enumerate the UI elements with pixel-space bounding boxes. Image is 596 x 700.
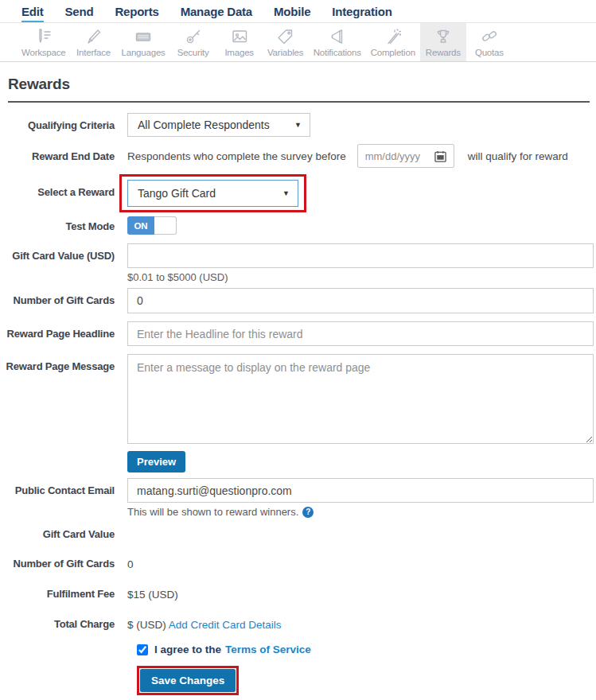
page-title: Rewards <box>8 76 590 93</box>
test-mode-toggle-track <box>154 216 177 235</box>
gift-card-value-label: Gift Card Value (USD) <box>0 243 127 262</box>
reward-page-headline-label: Reward Page Headline <box>0 321 127 340</box>
help-icon[interactable]: ? <box>302 507 314 518</box>
toolbar-item-completion[interactable]: Completion <box>366 23 420 61</box>
security-icon <box>184 26 203 47</box>
nav-item-mobile[interactable]: Mobile <box>274 5 310 21</box>
select-reward-label: Select a Reward <box>0 174 127 198</box>
toolbar-item-label: Rewards <box>426 48 461 57</box>
nav-item-manage-data[interactable]: Manage Data <box>181 5 252 21</box>
reward-page-headline-input[interactable] <box>127 321 594 346</box>
select-reward-select[interactable]: Tango Gift Card ▼ <box>127 180 298 207</box>
toolbar-item-quotas[interactable]: Quotas <box>466 23 512 61</box>
terms-of-service-link[interactable]: Terms of Service <box>225 644 311 655</box>
agree-text: I agree to the <box>154 644 221 655</box>
number-of-gift-cards-input[interactable] <box>127 288 594 313</box>
toolbar-item-rewards[interactable]: Rewards <box>420 23 466 61</box>
total-charge-label: Total Charge <box>0 618 127 630</box>
annotation-box-select-reward: Tango Gift Card ▼ <box>119 174 306 212</box>
top-nav: Edit Send Reports Manage Data Mobile Int… <box>0 0 596 23</box>
public-contact-email-label: Public Contact Email <box>0 478 127 496</box>
toolbar-item-languages[interactable]: Languages <box>117 23 170 61</box>
toolbar-item-interface[interactable]: Interface <box>71 23 117 61</box>
reward-end-date-label: Reward End Date <box>0 150 127 162</box>
rewards-settings-page: Edit Send Reports Manage Data Mobile Int… <box>0 0 596 700</box>
toolbar-item-label: Notifications <box>314 48 361 57</box>
summary-number-of-gift-cards: 0 <box>127 558 594 570</box>
reward-end-date-field <box>357 144 454 168</box>
toolbar-item-label: Workspace <box>21 48 66 57</box>
toolbar-item-label: Languages <box>122 48 166 57</box>
summary-gift-card-value <box>127 528 594 529</box>
completion-icon <box>384 26 403 47</box>
select-reward-value: Tango Gift Card <box>138 187 216 200</box>
toolbar-item-label: Completion <box>371 48 415 57</box>
rewards-form: Qualifying Criteria All Complete Respond… <box>0 113 596 695</box>
annotation-box-save: Save Changes <box>137 666 239 695</box>
public-contact-email-input[interactable] <box>127 478 594 503</box>
summary-number-of-gift-cards-label: Number of Gift Cards <box>0 558 127 570</box>
toolbar-item-images[interactable]: Images <box>216 23 263 61</box>
toolbar-item-label: Quotas <box>475 48 504 57</box>
nav-item-send[interactable]: Send <box>65 5 94 21</box>
terms-checkbox[interactable] <box>137 644 148 655</box>
qualifying-criteria-label: Qualifying Criteria <box>0 113 127 131</box>
total-charge-value: $ (USD) <box>127 619 166 631</box>
qualifying-criteria-select[interactable]: All Complete Respondents ▼ <box>127 113 310 137</box>
chevron-down-icon: ▼ <box>282 189 290 197</box>
workspace-icon <box>34 26 53 47</box>
settings-toolbar: Workspace Interface Languages Security I… <box>0 23 596 62</box>
reward-page-message-label: Reward Page Message <box>0 354 127 372</box>
toolbar-item-label: Interface <box>76 48 111 57</box>
toolbar-item-security[interactable]: Security <box>170 23 216 61</box>
save-changes-button[interactable]: Save Changes <box>140 669 236 692</box>
test-mode-label: Test Mode <box>0 216 127 232</box>
fulfilment-fee-value: $15 (USD) <box>127 588 594 601</box>
toolbar-item-label: Images <box>224 48 254 57</box>
images-icon <box>230 26 249 47</box>
title-divider <box>8 101 590 103</box>
public-contact-email-hint: This will be shown to reward winners. <box>127 506 298 518</box>
toolbar-item-variables[interactable]: Variables <box>263 23 309 61</box>
quotas-icon <box>480 26 499 47</box>
nav-item-reports[interactable]: Reports <box>115 5 158 21</box>
toolbar-item-notifications[interactable]: Notifications <box>309 23 366 61</box>
toolbar-item-workspace[interactable]: Workspace <box>17 23 71 61</box>
summary-gift-card-value-label: Gift Card Value <box>0 528 127 540</box>
gift-card-value-input[interactable] <box>127 243 594 268</box>
calendar-icon[interactable] <box>434 150 446 162</box>
nav-item-integration[interactable]: Integration <box>332 5 391 21</box>
number-of-gift-cards-label: Number of Gift Cards <box>0 288 127 306</box>
gift-card-value-hint: $0.01 to $5000 (USD) <box>127 271 594 283</box>
languages-icon <box>134 26 153 47</box>
test-mode-state: ON <box>127 216 154 235</box>
rewards-icon <box>434 26 453 47</box>
add-credit-card-link[interactable]: Add Credit Card Details <box>169 619 282 631</box>
test-mode-toggle[interactable]: ON <box>127 216 177 235</box>
toolbar-item-label: Security <box>177 48 209 57</box>
preview-button[interactable]: Preview <box>127 451 185 472</box>
variables-icon <box>276 26 295 47</box>
reward-page-message-textarea[interactable] <box>127 354 594 444</box>
toolbar-item-label: Variables <box>267 48 303 57</box>
notifications-icon <box>328 26 347 47</box>
chevron-down-icon: ▼ <box>294 121 302 129</box>
nav-item-edit[interactable]: Edit <box>21 5 44 22</box>
qualifying-criteria-value: All Complete Respondents <box>138 119 270 131</box>
fulfilment-fee-label: Fulfilment Fee <box>0 588 127 600</box>
reward-end-date-suffix: will qualify for reward <box>468 150 568 162</box>
reward-end-date-prefix: Respondents who complete the survey befo… <box>127 150 346 162</box>
reward-end-date-input[interactable] <box>365 150 426 162</box>
interface-icon <box>84 26 103 47</box>
